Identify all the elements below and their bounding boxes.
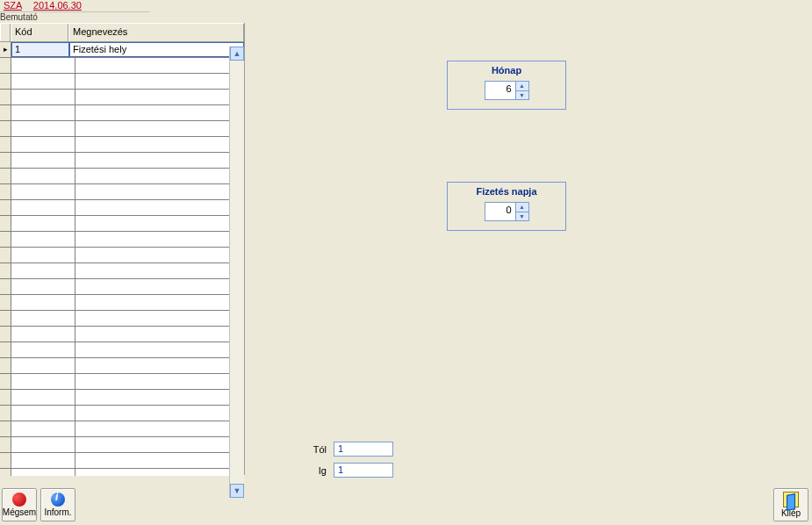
inform-button-label: Inform. <box>44 507 71 517</box>
table-row[interactable] <box>0 248 244 263</box>
cell-kod[interactable]: 1 <box>11 42 69 57</box>
table-row[interactable]: ▸ 1 Fizetési hely <box>0 42 244 58</box>
scroll-down-icon[interactable]: ▼ <box>230 484 244 498</box>
table-row[interactable] <box>0 153 244 169</box>
cell-megnevezes[interactable]: Fizetési hely <box>69 42 244 57</box>
to-input[interactable]: 1 <box>334 463 393 478</box>
header-bar: SZA 2014.06.30 <box>0 0 149 12</box>
data-grid[interactable]: Kód Megnevezés ▸ 1 Fizetési hely <box>0 23 245 475</box>
grid-col-kod[interactable]: Kód <box>11 24 68 41</box>
table-row[interactable] <box>0 216 244 232</box>
table-row[interactable] <box>0 200 244 216</box>
table-row[interactable] <box>0 358 244 374</box>
table-row[interactable] <box>0 58 244 74</box>
month-panel: Hónap 6 ▲ ▼ <box>447 61 566 110</box>
payday-panel-title: Fizetés napja <box>448 183 565 197</box>
exit-door-icon <box>783 492 799 507</box>
grid-col-megnevezes[interactable]: Megnevezés <box>68 24 244 41</box>
exit-button[interactable]: Kilép <box>773 488 808 521</box>
table-row[interactable] <box>0 74 244 90</box>
header-date: 2014.06.30 <box>30 0 82 11</box>
table-row[interactable] <box>0 169 244 184</box>
table-row[interactable] <box>0 90 244 105</box>
spinner-up-icon[interactable]: ▲ <box>516 203 528 212</box>
row-indicator-icon: ▸ <box>0 42 11 57</box>
payday-spinner[interactable]: 0 ▲ ▼ <box>485 202 529 221</box>
table-row[interactable] <box>0 327 244 342</box>
table-row[interactable] <box>0 469 244 476</box>
header-subtitle: Bemutató <box>0 12 38 22</box>
cancel-icon <box>12 493 26 507</box>
grid-scrollbar[interactable]: ▲ ▼ <box>229 47 244 498</box>
from-input[interactable]: 1 <box>334 442 393 457</box>
payday-value[interactable]: 0 <box>485 203 515 220</box>
table-row[interactable] <box>0 421 244 437</box>
table-row[interactable] <box>0 390 244 406</box>
header-code: SZA <box>0 0 22 11</box>
table-row[interactable] <box>0 295 244 311</box>
table-row[interactable] <box>0 311 244 327</box>
table-row[interactable] <box>0 406 244 421</box>
month-value[interactable]: 6 <box>485 82 515 99</box>
table-row[interactable] <box>0 105 244 121</box>
table-row[interactable] <box>0 453 244 469</box>
table-row[interactable] <box>0 137 244 153</box>
month-spinner[interactable]: 6 ▲ ▼ <box>485 81 529 100</box>
table-row[interactable] <box>0 232 244 248</box>
to-field-row: Ig 1 <box>302 463 393 478</box>
table-row[interactable] <box>0 342 244 358</box>
spinner-down-icon[interactable]: ▼ <box>516 212 528 221</box>
table-row[interactable] <box>0 437 244 453</box>
from-label: Tól <box>302 444 327 455</box>
from-field-row: Tól 1 <box>302 442 393 457</box>
table-row[interactable] <box>0 263 244 279</box>
grid-header: Kód Megnevezés <box>0 23 244 42</box>
to-label: Ig <box>302 465 327 476</box>
inform-button[interactable]: Inform. <box>40 488 75 521</box>
grid-body[interactable]: ▸ 1 Fizetési hely <box>0 42 244 476</box>
scroll-up-icon[interactable]: ▲ <box>230 47 244 61</box>
payday-panel: Fizetés napja 0 ▲ ▼ <box>447 182 566 231</box>
cancel-button-label: Mégsem <box>3 507 36 517</box>
spinner-down-icon[interactable]: ▼ <box>516 91 528 100</box>
table-row[interactable] <box>0 279 244 295</box>
table-row[interactable] <box>0 374 244 390</box>
info-icon <box>51 493 65 507</box>
spinner-up-icon[interactable]: ▲ <box>516 82 528 91</box>
month-panel-title: Hónap <box>448 61 565 76</box>
table-row[interactable] <box>0 184 244 200</box>
table-row[interactable] <box>0 121 244 137</box>
cancel-button[interactable]: Mégsem <box>2 488 37 521</box>
